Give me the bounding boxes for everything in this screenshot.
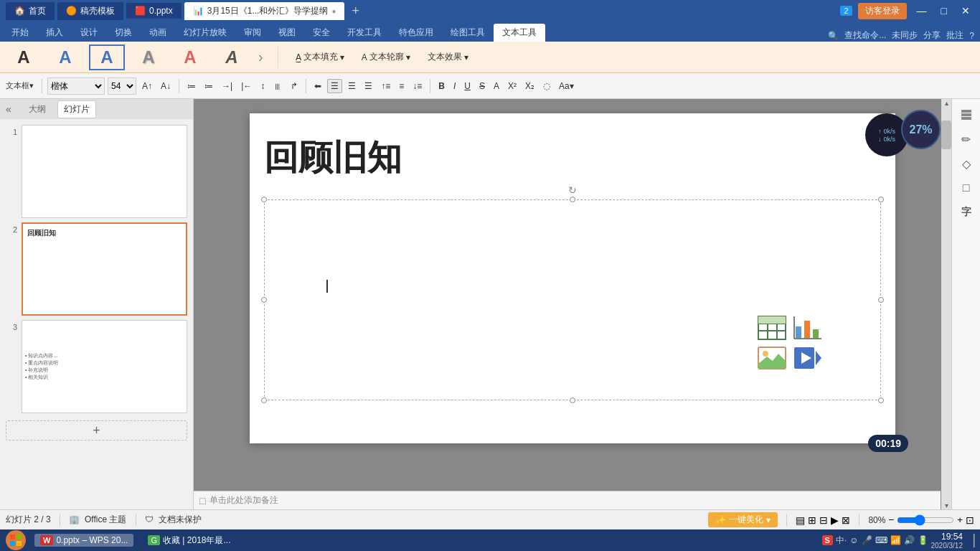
text-style-outline[interactable]: A [89, 44, 125, 70]
text-fill-button[interactable]: A̲ 文本填充 ▾ [290, 49, 350, 65]
insert-chart-icon[interactable] [793, 315, 823, 341]
ribbon-tab-slideshow[interactable]: 幻灯片放映 [175, 24, 235, 42]
edit-button[interactable]: ✏ [956, 129, 976, 149]
search-label[interactable]: 查找命令... [844, 29, 886, 42]
tab-home[interactable]: 🏠 首页 [6, 2, 55, 20]
underline-button[interactable]: U [461, 80, 473, 93]
text-direction-button[interactable]: ↱ [288, 80, 301, 93]
align-top-button[interactable]: ↑≡ [378, 80, 393, 93]
ribbon-tab-dev[interactable]: 开发工具 [339, 24, 390, 42]
handle-bl[interactable] [261, 397, 267, 403]
text-style-blue[interactable]: A [47, 44, 83, 70]
zoom-out-button[interactable]: − [888, 514, 894, 525]
ribbon-tab-design[interactable]: 设计 [72, 24, 106, 42]
content-area[interactable]: ↻ [264, 199, 881, 400]
text-styles-scroll-right[interactable]: › [255, 49, 266, 65]
scroll-down-arrow[interactable]: ▾ [945, 501, 948, 509]
taskbar-wps-button[interactable]: W 0.pptx – WPS 20... [34, 534, 133, 547]
handle-tr[interactable] [878, 197, 884, 202]
ribbon-tab-review[interactable]: 审阅 [235, 24, 270, 42]
slides-tab[interactable]: 幻灯片 [57, 100, 96, 118]
shape-button[interactable]: ◇ [956, 154, 976, 174]
clear-format-button[interactable]: ◌ [540, 80, 553, 93]
close-button[interactable]: ✕ [957, 4, 974, 18]
list-numbered-button[interactable]: ≔ [202, 80, 216, 93]
normal-view-button[interactable]: ▤ [796, 514, 805, 526]
fit-window-button[interactable]: ⊡ [966, 514, 974, 526]
indent-increase-button[interactable]: →| [219, 80, 235, 93]
ime-status[interactable]: 中· [836, 534, 847, 547]
tab-template[interactable]: 🟠 稿壳模板 [57, 2, 123, 20]
insert-image-icon[interactable] [757, 345, 787, 371]
sync-label[interactable]: 未同步 [892, 29, 918, 42]
help-label[interactable]: ? [969, 31, 974, 41]
batch-label[interactable]: 批注 [946, 29, 963, 42]
slideshow-button[interactable]: ▶ [831, 514, 839, 526]
notes-placeholder[interactable]: 单击此处添加备注 [209, 494, 278, 507]
start-button[interactable] [6, 530, 26, 550]
slide-thumb-2[interactable]: 回顾旧知 [22, 222, 187, 316]
widescreen-button[interactable]: ⊠ [842, 514, 850, 526]
text-style-button[interactable]: 字 [956, 202, 976, 222]
handle-tm[interactable] [570, 197, 575, 202]
add-tab-button[interactable]: + [347, 4, 364, 19]
ribbon-tab-security[interactable]: 安全 [304, 24, 339, 42]
ribbon-tab-draw[interactable]: 绘图工具 [442, 24, 494, 42]
list-bullet-button[interactable]: ≔ [184, 80, 199, 93]
decrease-font-size-button[interactable]: A↓ [158, 80, 174, 93]
slide-thumb-3[interactable]: • 知识点内容...• 重点内容说明• 补充说明• 相关知识 [22, 320, 187, 413]
ribbon-tab-text[interactable]: 文本工具 [494, 24, 545, 42]
ribbon-tab-animation[interactable]: 动画 [141, 24, 175, 42]
notes-area[interactable]: □ 单击此处添加备注 [194, 491, 941, 509]
tab-file[interactable]: 🟥 0.pptx [126, 3, 182, 19]
slide-thumb-1[interactable] [22, 125, 187, 218]
tab-guide[interactable]: 📊 3月15日《1...和外汇》导学提纲 ● [184, 2, 345, 20]
ribbon-tab-switch[interactable]: 切换 [106, 24, 141, 42]
increase-font-size-button[interactable]: A↑ [139, 80, 155, 93]
ribbon-tab-insert[interactable]: 插入 [37, 24, 72, 42]
rotate-handle[interactable]: ↻ [568, 184, 577, 196]
font-frame-button[interactable]: 文本框▾ [3, 79, 37, 93]
ribbon-tab-start[interactable]: 开始 [3, 24, 37, 42]
align-left-button[interactable]: ⬅ [311, 80, 324, 93]
bold-button[interactable]: B [435, 80, 448, 93]
text-style-italic[interactable]: A [214, 44, 250, 70]
text-style-red[interactable]: A [172, 44, 208, 70]
handle-br[interactable] [878, 397, 884, 403]
line-spacing-button[interactable]: ↕ [258, 80, 268, 93]
font-color-button[interactable]: A [491, 80, 502, 93]
notes-view-button[interactable]: ⊟ [819, 514, 828, 526]
taskbar-browser-button[interactable]: G 收藏 | 2018年最... [142, 533, 236, 548]
slide-title[interactable]: 回顾旧知 [264, 135, 402, 181]
sogou-icon[interactable]: S [822, 535, 833, 545]
visit-login-button[interactable]: 访客登录 [858, 3, 907, 19]
slide-item-1[interactable]: 1 [6, 125, 187, 218]
ribbon-tab-view[interactable]: 视图 [270, 24, 304, 42]
frame-button[interactable]: □ [956, 178, 976, 198]
text-effect-button[interactable]: 文本效果 ▾ [422, 49, 474, 65]
layers-button[interactable] [956, 105, 976, 125]
add-slide-button[interactable]: + [6, 420, 187, 441]
panel-collapse-button[interactable]: « [6, 103, 11, 115]
align-center-button[interactable]: ☰ [327, 79, 342, 93]
align-middle-button[interactable]: ≡ [396, 80, 407, 93]
maximize-button[interactable]: □ [937, 4, 951, 18]
italic-button[interactable]: I [451, 80, 458, 93]
vertical-scrollbar[interactable]: ▾ ▴ [941, 99, 951, 509]
ribbon-tab-special[interactable]: 特色应用 [390, 24, 442, 42]
font-size-select[interactable]: 542436 [108, 77, 136, 95]
handle-tl[interactable] [261, 197, 267, 202]
text-outline-button[interactable]: A 文本轮廓 ▾ [356, 49, 416, 65]
handle-ml[interactable] [261, 297, 267, 303]
minimize-button[interactable]: — [913, 4, 931, 18]
insert-table-icon[interactable] [757, 315, 787, 341]
beautify-button[interactable]: ✨ 一键美化 ▾ [708, 512, 778, 527]
text-style-shadow[interactable]: A [131, 44, 166, 70]
zoom-slider[interactable] [897, 514, 954, 526]
case-button[interactable]: Aa▾ [556, 80, 577, 93]
indent-decrease-button[interactable]: |← [238, 80, 255, 93]
column-button[interactable]: ⫼ [270, 80, 285, 93]
slide-canvas[interactable]: 回顾旧知 [250, 113, 895, 443]
zoom-in-button[interactable]: + [957, 514, 963, 525]
subscript-button[interactable]: X₂ [522, 80, 537, 93]
